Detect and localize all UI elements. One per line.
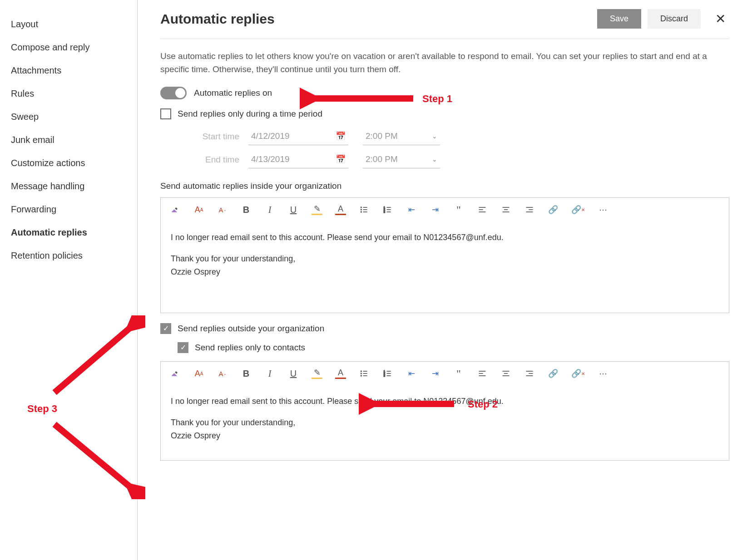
main-content: Automatic replies Save Discard ✕ Use aut… — [138, 0, 752, 461]
calendar-icon: 📅 — [336, 154, 346, 164]
bullets-icon[interactable] — [359, 368, 370, 379]
svg-point-25 — [361, 375, 362, 376]
font-color-icon[interactable]: A — [335, 204, 346, 215]
unlink-icon[interactable]: 🔗✕ — [571, 368, 585, 379]
close-icon: ✕ — [715, 12, 726, 26]
sidebar-item-automatic-replies[interactable]: Automatic replies — [11, 221, 137, 244]
start-date-value: 4/12/2019 — [251, 131, 290, 141]
time-period-grid: Start time 4/12/2019 📅 2:00 PM ⌄ End tim… — [185, 128, 729, 168]
discard-button[interactable]: Discard — [648, 9, 701, 29]
start-time-label: Start time — [185, 132, 239, 142]
sidebar-item-compose[interactable]: Compose and reply — [11, 36, 137, 59]
more-icon[interactable]: ⋯ — [598, 368, 609, 379]
align-right-icon[interactable] — [524, 368, 535, 379]
clear-format-icon[interactable] — [170, 368, 181, 379]
numbering-icon[interactable]: 123 — [382, 204, 393, 215]
unlink-icon[interactable]: 🔗✕ — [571, 204, 585, 215]
numbering-icon[interactable]: 123 — [382, 368, 393, 379]
external-body-line3: Ozzie Osprey — [171, 431, 220, 440]
font-size-up-icon[interactable]: AA — [193, 204, 204, 215]
start-time-value: 2:00 PM — [366, 131, 398, 141]
time-period-checkbox[interactable] — [160, 108, 171, 119]
more-icon[interactable]: ⋯ — [598, 204, 609, 215]
internal-section-label: Send automatic replies inside your organ… — [160, 181, 729, 191]
font-color-icon[interactable]: A — [335, 368, 346, 379]
svg-point-2 — [361, 209, 362, 210]
sidebar-item-sweep[interactable]: Sweep — [11, 105, 137, 128]
external-checkbox-row: ✓ Send replies outside your organization — [160, 323, 729, 334]
external-editor: AA A⌄ B I U ✎ A 123 ⇤ ⇥ " 🔗 🔗✕ ⋯ I no lo… — [160, 361, 729, 461]
svg-text:3: 3 — [384, 211, 385, 213]
highlight-icon[interactable]: ✎ — [312, 368, 322, 379]
auto-replies-toggle-label: Automatic replies on — [194, 88, 272, 98]
clear-format-icon[interactable] — [170, 204, 181, 215]
italic-icon[interactable]: I — [264, 204, 275, 215]
toggle-knob-icon — [175, 88, 185, 98]
align-right-icon[interactable] — [524, 204, 535, 215]
font-size-down-icon[interactable]: A⌄ — [217, 204, 228, 215]
svg-point-21 — [361, 371, 362, 372]
sidebar-item-message-handling[interactable]: Message handling — [11, 175, 137, 198]
internal-editor: AA A⌄ B I U ✎ A 123 ⇤ ⇥ " 🔗 🔗✕ ⋯ I no lo… — [160, 197, 729, 313]
svg-point-0 — [361, 207, 362, 208]
intro-text: Use automatic replies to let others know… — [160, 50, 729, 76]
start-time-input[interactable]: 2:00 PM ⌄ — [363, 128, 440, 145]
outdent-icon[interactable]: ⇤ — [406, 204, 417, 215]
contacts-checkbox-row: ✓ Send replies only to contacts — [178, 342, 729, 353]
external-body-line1: I no longer read email sent to this acco… — [171, 395, 719, 408]
quote-icon[interactable]: " — [453, 204, 464, 215]
indent-icon[interactable]: ⇥ — [430, 204, 440, 215]
external-body-line2: Thank you for your understanding, — [171, 418, 295, 427]
align-center-icon[interactable] — [500, 204, 511, 215]
svg-point-23 — [361, 373, 362, 374]
indent-icon[interactable]: ⇥ — [430, 368, 440, 379]
start-time-row: Start time 4/12/2019 📅 2:00 PM ⌄ — [185, 128, 729, 145]
highlight-icon[interactable]: ✎ — [312, 204, 322, 215]
sidebar-item-rules[interactable]: Rules — [11, 82, 137, 105]
underline-icon[interactable]: U — [288, 368, 299, 379]
calendar-icon: 📅 — [336, 131, 346, 141]
close-button[interactable]: ✕ — [712, 11, 729, 26]
italic-icon[interactable]: I — [264, 368, 275, 379]
bold-icon[interactable]: B — [241, 368, 252, 379]
auto-replies-toggle[interactable] — [160, 87, 187, 99]
sidebar: Layout Compose and reply Attachments Rul… — [0, 0, 138, 560]
font-size-down-icon[interactable]: A⌄ — [217, 368, 228, 379]
end-time-input[interactable]: 2:00 PM ⌄ — [363, 151, 440, 168]
internal-body-line3: Ozzie Osprey — [171, 267, 220, 276]
save-button[interactable]: Save — [597, 9, 641, 29]
end-time-label: End time — [185, 155, 239, 165]
page-title: Automatic replies — [160, 11, 275, 27]
sidebar-item-attachments[interactable]: Attachments — [11, 59, 137, 82]
internal-editor-content[interactable]: I no longer read email sent to this acco… — [161, 222, 729, 313]
internal-editor-toolbar: AA A⌄ B I U ✎ A 123 ⇤ ⇥ " 🔗 🔗✕ ⋯ — [161, 198, 729, 222]
outdent-icon[interactable]: ⇤ — [406, 368, 417, 379]
font-size-up-icon[interactable]: AA — [193, 368, 204, 379]
bold-icon[interactable]: B — [241, 204, 252, 215]
align-center-icon[interactable] — [500, 368, 511, 379]
end-date-input[interactable]: 4/13/2019 📅 — [248, 151, 348, 168]
sidebar-item-customize[interactable]: Customize actions — [11, 152, 137, 175]
check-icon: ✓ — [180, 344, 186, 351]
time-period-checkbox-label: Send replies only during a time period — [178, 109, 322, 119]
sidebar-item-forwarding[interactable]: Forwarding — [11, 198, 137, 221]
external-editor-content[interactable]: I no longer read email sent to this acco… — [161, 386, 729, 460]
link-icon[interactable]: 🔗 — [548, 204, 559, 215]
internal-body-line2: Thank you for your understanding, — [171, 254, 295, 263]
end-time-row: End time 4/13/2019 📅 2:00 PM ⌄ — [185, 151, 729, 168]
underline-icon[interactable]: U — [288, 204, 299, 215]
sidebar-item-junk[interactable]: Junk email — [11, 128, 137, 152]
external-editor-toolbar: AA A⌄ B I U ✎ A 123 ⇤ ⇥ " 🔗 🔗✕ ⋯ — [161, 362, 729, 386]
align-left-icon[interactable] — [477, 368, 488, 379]
chevron-down-icon: ⌄ — [432, 133, 437, 140]
chevron-down-icon: ⌄ — [432, 156, 437, 163]
link-icon[interactable]: 🔗 — [548, 368, 559, 379]
start-date-input[interactable]: 4/12/2019 📅 — [248, 128, 348, 145]
contacts-checkbox[interactable]: ✓ — [178, 342, 188, 353]
quote-icon[interactable]: " — [453, 368, 464, 379]
external-checkbox[interactable]: ✓ — [160, 323, 171, 334]
sidebar-item-layout[interactable]: Layout — [11, 13, 137, 36]
align-left-icon[interactable] — [477, 204, 488, 215]
sidebar-item-retention[interactable]: Retention policies — [11, 244, 137, 267]
bullets-icon[interactable] — [359, 204, 370, 215]
